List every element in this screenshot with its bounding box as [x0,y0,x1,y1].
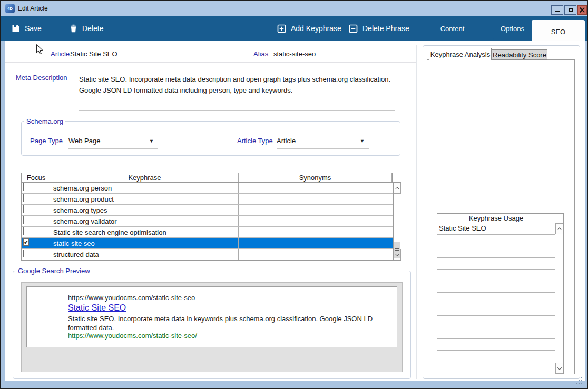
minus-square-icon [349,24,358,33]
save-button[interactable]: Save [12,16,42,41]
tab-keyphrase-analysis-label: Keyphrase Analysis [430,51,490,58]
google-preview-title: Google Search Preview [16,267,92,275]
meta-description-value[interactable]: Static site SEO. Incorporate meta data d… [79,74,408,96]
minimize-icon [555,11,560,12]
table-row[interactable]: schema.org types [22,205,393,216]
tab-options[interactable]: Options [493,16,532,43]
tab-readability-score[interactable]: Readability Score [492,49,547,60]
scroll-up-button[interactable] [394,183,401,194]
tab-options-label: Options [501,25,524,33]
preview-url: https://www.youdocms.com/static-site-seo [68,294,195,302]
usage-scroll-up-button[interactable] [555,223,563,234]
chevron-up-icon [395,187,399,191]
usage-row[interactable] [437,281,555,293]
usage-scroll-track[interactable] [555,234,563,363]
usage-scrollbar[interactable] [555,223,563,374]
usage-scroll-down-button[interactable] [555,363,563,374]
article-type-value[interactable]: Article [277,137,296,145]
keyphrase-usage-table: Keyphrase Usage Static Site SEO [437,213,564,374]
maximize-button[interactable] [564,5,576,15]
separator-line [5,62,417,63]
page-type-dropdown-icon[interactable]: ▼ [149,138,154,144]
tab-seo-label: SEO [551,28,565,36]
focus-checkbox[interactable] [23,205,24,213]
window-title: Edit Article [18,5,48,12]
tab-readability-score-label: Readability Score [493,51,546,59]
focus-checkbox-checked[interactable]: ✔ [23,238,29,246]
table-row[interactable]: schema.org person [22,183,393,194]
delete-button[interactable]: Delete [70,16,103,41]
usage-row[interactable] [437,316,555,327]
usage-row[interactable] [437,339,555,351]
usage-row[interactable] [437,270,555,281]
focus-checkbox[interactable] [23,194,24,202]
header-focus: Focus [22,173,51,182]
delete-label: Delete [82,24,103,33]
alias-value[interactable]: static-site-seo [273,50,316,58]
add-keyphrase-label: Add Keyphrase [291,24,341,33]
close-button[interactable] [577,5,587,15]
tab-seo[interactable]: SEO [532,20,585,43]
add-keyphrase-button[interactable]: Add Keyphrase [277,16,341,41]
usage-header-corner [555,214,563,223]
plus-square-icon [277,24,286,33]
usage-row[interactable] [437,235,555,246]
table-row[interactable]: Static site search engine optimisation [22,227,393,238]
save-label: Save [25,24,42,33]
table-row[interactable]: structured data [22,249,393,260]
page-type-underline [68,148,158,149]
edit-article-window: 4D Edit Article Save Delete Add Keyphras… [0,0,588,389]
schema-org-title: Schema.org [24,117,65,125]
focus-checkbox[interactable] [23,183,24,191]
usage-row[interactable] [437,351,555,362]
delete-phrase-label: Delete Phrase [362,24,409,33]
article-type-label: Article Type [237,137,273,145]
keyphrase-table: Focus Keyphrase Synonyms schema.org pers… [21,173,401,261]
usage-row[interactable] [437,293,555,304]
table-row[interactable]: schema.org product [22,194,393,205]
resize-grip[interactable] [581,383,582,384]
meta-description-underline [79,110,395,111]
thumb-grip-icon [395,250,399,251]
app-icon: 4D [5,4,15,13]
meta-description-label: Meta Description [16,74,67,82]
table-row-selected[interactable]: ✔static site seo [22,238,393,249]
keyphrase-usage-header: Keyphrase Usage [437,214,563,223]
usage-row[interactable] [437,258,555,270]
usage-row[interactable] [437,246,555,258]
header-synonyms: Synonyms [239,173,392,182]
tab-content-label: Content [440,25,465,33]
scroll-track[interactable] [394,194,401,249]
maximize-icon [569,8,573,12]
page-type-label: Page Type [30,137,63,145]
header-scroll-corner [392,173,400,182]
page-type-value[interactable]: Web Page [68,137,100,145]
preview-display-url: https://www.youdocms.com/static-site-seo… [68,332,197,340]
usage-row[interactable] [437,327,555,339]
chevron-down-icon [557,365,561,370]
preview-description: Static site SEO. Incorporate meta data i… [68,314,384,332]
header-keyphrase: Keyphrase [51,173,239,182]
keyphrase-usage-header-label: Keyphrase Usage [437,214,555,223]
tab-content[interactable]: Content [414,16,491,43]
table-row[interactable]: schema.org validator [22,216,393,227]
focus-checkbox[interactable] [23,250,24,257]
usage-row[interactable] [437,362,555,374]
chevron-up-icon [557,227,561,232]
article-type-dropdown-icon[interactable]: ▼ [360,138,365,144]
focus-checkbox[interactable] [23,216,24,224]
preview-title-link[interactable]: Static Site SEO [68,303,126,313]
usage-row[interactable]: Static Site SEO [437,223,555,235]
usage-row[interactable] [437,304,555,316]
keyphrase-table-scrollbar[interactable] [393,183,401,260]
focus-checkbox[interactable] [23,227,24,235]
tab-keyphrase-analysis[interactable]: Keyphrase Analysis [429,48,492,60]
trash-icon [70,24,77,33]
article-value[interactable]: Static Site SEO [70,50,117,58]
save-icon [12,24,20,33]
alias-label: Alias [253,50,268,58]
minimize-button[interactable] [551,5,563,15]
delete-phrase-button[interactable]: Delete Phrase [349,16,409,41]
article-type-underline [277,148,369,149]
mouse-cursor [36,44,44,55]
